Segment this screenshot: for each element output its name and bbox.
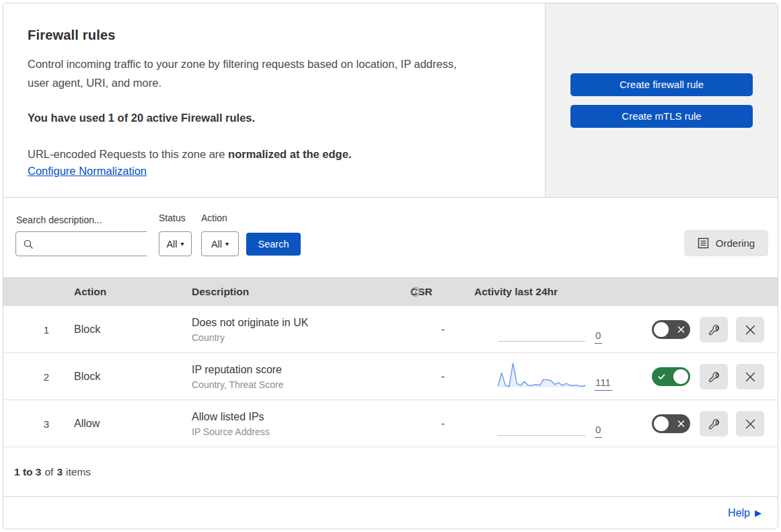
rule-csr-value: - [404,371,445,383]
page-description: Control incoming traffic to your zone by… [28,54,518,92]
table-header: Action Description CSR Activity last 24h… [3,277,778,306]
rule-enabled-toggle[interactable] [652,320,690,339]
top-section: Firewall rules Control incoming traffic … [3,3,778,198]
rule-description: Allow listed IPs IP Source Address [192,410,270,436]
action-label: Action [201,213,227,223]
ordering-button[interactable]: Ordering [684,230,768,256]
firewall-rules-card: Firewall rules Control incoming traffic … [3,3,778,529]
description-line-2: user agent, URI, and more. [28,77,161,89]
check-icon [657,373,666,381]
activity-count-link[interactable]: 0 [595,330,602,344]
items-of-label: of [44,466,53,478]
column-header-activity: Activity last 24hr [474,286,558,298]
usage-summary: You have used 1 of 20 active Firewall ru… [28,108,518,127]
rule-description-fields: Country [192,332,308,342]
items-label: items [66,466,91,478]
intro-panel: Firewall rules Control incoming traffic … [3,3,546,197]
configure-normalization-link[interactable]: Configure Normalization [28,165,147,177]
search-label: Search description... [16,215,102,225]
search-button[interactable]: Search [246,233,301,256]
activity-sparkline [498,358,585,389]
activity-flatline [498,341,585,342]
create-mtls-rule-button[interactable]: Create mTLS rule [570,105,753,128]
toggle-knob [654,416,669,431]
x-icon [677,326,685,334]
edit-rule-button[interactable] [700,317,728,342]
chevron-down-icon: ▾ [225,241,229,248]
normalization-bold: normalized at the edge. [228,148,351,160]
column-header-description: Description [192,286,249,298]
edit-rule-button[interactable] [700,411,728,436]
close-icon [745,371,756,383]
rule-description: Does not originate in UK Country [192,316,308,342]
items-range: 1 to 3 [14,466,41,478]
wrench-icon [708,371,720,383]
normalization-text: URL-encoded Requests to this zone are no… [28,145,518,163]
status-label: Status [159,213,186,223]
description-line-1: Control incoming traffic to your zone by… [28,58,457,70]
activity-sparkline [498,405,585,436]
delete-rule-button[interactable] [736,364,764,389]
wrench-icon [708,418,720,430]
normalization-prefix: URL-encoded Requests to this zone are [28,148,228,160]
rule-enabled-toggle[interactable] [652,367,690,386]
delete-rule-button[interactable] [736,317,764,342]
help-link[interactable]: Help ▶ [728,507,761,519]
chevron-right-icon: ▶ [755,508,761,518]
info-icon[interactable] [410,287,420,297]
rule-csr-value: - [404,324,445,336]
activity-count-link[interactable]: 111 [595,377,612,391]
help-bar: Help ▶ [3,497,778,529]
rule-description-title: Does not originate in UK [192,316,308,328]
wrench-icon [708,324,720,336]
rule-description-fields: IP Source Address [192,426,270,436]
delete-rule-button[interactable] [736,411,764,436]
status-dropdown[interactable]: All ▾ [159,231,192,256]
status-dropdown-value: All [166,239,177,250]
toggle-knob [654,322,669,337]
column-header-action: Action [74,286,106,298]
table-row: 1 Block Does not originate in UK Country… [3,306,778,353]
rule-description: IP reputation score Country, Threat Scor… [192,363,283,389]
activity-flatline [498,435,585,436]
rule-action: Allow [74,418,100,430]
table-row: 3 Allow Allow listed IPs IP Source Addre… [3,400,778,447]
table-footer: 1 to 3 of 3 items [3,447,778,497]
filter-bar: Search description... Status Action All … [3,198,778,277]
chevron-down-icon: ▾ [181,241,184,248]
ordering-list-icon [698,237,709,249]
close-icon [745,418,756,430]
create-firewall-rule-button[interactable]: Create firewall rule [570,73,753,96]
rule-priority: 2 [3,371,49,382]
search-input[interactable] [39,232,161,256]
rule-enabled-toggle[interactable] [652,414,690,433]
rule-description-title: IP reputation score [192,363,283,375]
ordering-button-label: Ordering [716,237,755,249]
activity-count-link[interactable]: 0 [595,424,602,438]
rule-action: Block [74,371,100,383]
rule-csr-value: - [404,418,445,430]
rule-priority: 3 [3,418,49,429]
toggle-knob [673,369,688,384]
rule-description-title: Allow listed IPs [192,410,270,422]
rule-priority: 1 [3,324,49,335]
rule-description-fields: Country, Threat Score [192,379,283,389]
action-dropdown-value: All [211,239,222,250]
search-input-wrapper [15,231,149,256]
action-dropdown[interactable]: All ▾ [201,231,239,256]
table-row: 2 Block IP reputation score Country, Thr… [3,353,778,400]
actions-panel: Create firewall rule Create mTLS rule [546,3,778,197]
x-icon [677,420,685,428]
page-title: Firewall rules [28,28,518,43]
close-icon [745,324,756,336]
help-link-label: Help [728,507,750,519]
activity-sparkline [498,311,585,342]
search-icon [23,239,34,250]
items-total: 3 [57,466,63,478]
edit-rule-button[interactable] [700,364,728,389]
rule-action: Block [74,324,100,336]
